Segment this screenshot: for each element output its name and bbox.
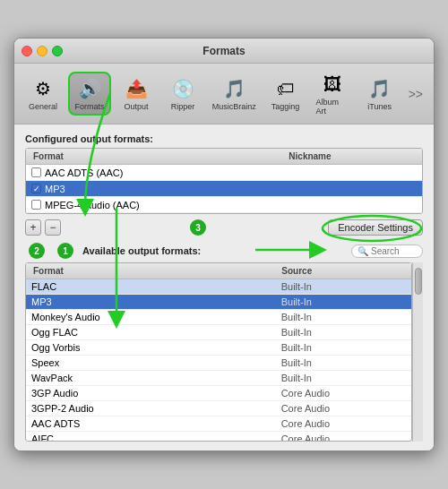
- window-title: Formats: [202, 45, 245, 57]
- available-format-oggflac: Ogg FLAC: [31, 327, 281, 338]
- list-item[interactable]: AAC ADTS Core Audio: [26, 416, 411, 432]
- search-box[interactable]: 🔍: [351, 244, 423, 258]
- toolbar-item-output[interactable]: 📤 Output: [115, 73, 158, 114]
- maximize-button[interactable]: [52, 46, 63, 56]
- toolbar-item-albumart[interactable]: 🖼 Album Art: [311, 69, 355, 118]
- table-row[interactable]: AAC ADTS (AAC): [26, 165, 422, 181]
- available-table-body: FLAC Built-In MP3 Built-In Monkey's Audi…: [26, 279, 411, 441]
- available-format-3gpp2: 3GPP-2 Audio: [31, 403, 281, 414]
- available-source-oggflac: Built-In: [281, 327, 406, 338]
- configured-col-format: Format: [31, 150, 287, 162]
- toolbar-item-formats[interactable]: 🔊 Formats: [68, 72, 111, 116]
- toolbar-label-tagging: Tagging: [271, 102, 300, 111]
- available-source-flac: Built-In: [281, 281, 406, 292]
- annotation-1: 1: [57, 243, 73, 259]
- available-table: Format Source FLAC Built-In MP3 Built-In: [25, 262, 412, 442]
- toolbar-item-musicbrainz[interactable]: 🎵 MusicBrainz: [208, 73, 261, 114]
- albumart-icon: 🖼: [320, 72, 345, 97]
- configured-row1-format: AAC ADTS (AAC): [31, 167, 289, 178]
- configured-row2-format: ✓ MP3: [31, 184, 289, 194]
- toolbar-label-ripper: Ripper: [171, 102, 195, 111]
- scrollbar[interactable]: [412, 262, 423, 442]
- available-format-mp3: MP3: [31, 296, 281, 307]
- toolbar-expander[interactable]: >>: [405, 83, 426, 105]
- list-item[interactable]: Monkey's Audio Built-In: [26, 310, 411, 325]
- available-source-mp3: Built-In: [281, 296, 406, 307]
- available-source-speex: Built-In: [281, 357, 406, 368]
- available-source-wavpack: Built-In: [281, 373, 406, 383]
- checkbox-aac[interactable]: [31, 167, 41, 177]
- toolbar-label-musicbrainz: MusicBrainz: [212, 102, 256, 111]
- list-item[interactable]: 3GP Audio Core Audio: [26, 386, 411, 401]
- remove-format-button[interactable]: −: [45, 219, 61, 236]
- list-item[interactable]: Speex Built-In: [26, 356, 411, 371]
- available-col-format: Format: [31, 265, 280, 277]
- toolbar-label-output: Output: [124, 102, 148, 111]
- titlebar: Formats: [14, 39, 434, 64]
- available-col-source: Source: [280, 265, 406, 277]
- available-format-flac: FLAC: [31, 281, 281, 292]
- search-icon: 🔍: [358, 246, 368, 256]
- toolbar-label-general: General: [29, 102, 57, 111]
- configured-col-nickname: Nickname: [287, 150, 417, 162]
- encoder-settings-button[interactable]: Encoder Settings: [328, 219, 423, 236]
- checkbox-mpeg4[interactable]: [31, 200, 41, 210]
- scrollbar-thumb[interactable]: [415, 268, 422, 295]
- musicbrainz-icon: 🎵: [221, 76, 246, 101]
- annotation-2: 2: [29, 243, 45, 259]
- available-format-aacadts: AAC ADTS: [31, 418, 281, 429]
- toolbar-item-itunes[interactable]: 🎵 iTunes: [358, 73, 401, 114]
- bottom-controls: + − 3 Encoder Settings: [25, 219, 423, 236]
- available-section: 2 1 Available output formats: 🔍: [25, 243, 423, 259]
- toolbar-label-formats: Formats: [75, 102, 105, 111]
- list-item[interactable]: WavPack Built-In: [26, 371, 411, 386]
- window-controls[interactable]: [22, 46, 63, 56]
- list-item[interactable]: Ogg FLAC Built-In: [26, 325, 411, 340]
- available-source-monkeys: Built-In: [281, 312, 406, 322]
- available-source-3gp: Core Audio: [281, 388, 406, 399]
- table-row[interactable]: MPEG-4 Audio (AAC): [26, 197, 422, 213]
- list-item[interactable]: MP3 Built-In: [26, 295, 411, 310]
- toolbar: ⚙ General 🔊 Formats 📤 Output 💿 Ripper 🎵 …: [14, 64, 434, 124]
- table-row[interactable]: ✓ MP3: [26, 181, 422, 197]
- available-format-oggvorbis: Ogg Vorbis: [31, 342, 281, 353]
- ripper-icon: 💿: [170, 76, 195, 101]
- available-format-wavpack: WavPack: [31, 373, 281, 383]
- configured-table-header: Format Nickname: [26, 149, 422, 165]
- available-format-monkeys: Monkey's Audio: [31, 312, 281, 322]
- available-table-header: Format Source: [26, 263, 411, 279]
- close-button[interactable]: [22, 46, 32, 56]
- available-format-speex: Speex: [31, 357, 281, 368]
- available-format-3gp: 3GP Audio: [31, 388, 281, 399]
- list-item[interactable]: AIFC Core Audio: [26, 432, 411, 441]
- list-item[interactable]: 3GPP-2 Audio Core Audio: [26, 401, 411, 416]
- available-source-aacadts: Core Audio: [281, 418, 406, 429]
- configured-label: Configured output formats:: [25, 133, 423, 144]
- toolbar-item-tagging[interactable]: 🏷 Tagging: [264, 73, 307, 114]
- minimize-button[interactable]: [37, 46, 47, 56]
- available-source-3gpp2: Core Audio: [281, 403, 406, 414]
- tagging-icon: 🏷: [273, 76, 298, 101]
- main-content: Configured output formats: Format Nickna…: [14, 124, 434, 450]
- itunes-icon: 🎵: [367, 76, 392, 101]
- search-input[interactable]: [371, 246, 416, 256]
- checkbox-mp3[interactable]: ✓: [31, 184, 41, 193]
- available-format-aifc: AIFC: [31, 433, 281, 441]
- configured-table: Format Nickname AAC ADTS (AAC) ✓ MP3: [25, 148, 423, 214]
- output-icon: 📤: [124, 76, 149, 101]
- toolbar-item-general[interactable]: ⚙ General: [22, 73, 65, 114]
- available-source-oggvorbis: Built-In: [281, 342, 406, 353]
- annotation-3: 3: [190, 219, 206, 236]
- add-format-button[interactable]: +: [25, 219, 41, 236]
- toolbar-label-albumart: Album Art: [316, 98, 349, 116]
- speaker-icon: 🔊: [77, 76, 102, 101]
- available-table-area: Format Source FLAC Built-In MP3 Built-In: [25, 262, 423, 442]
- list-item[interactable]: FLAC Built-In: [26, 279, 411, 295]
- available-label: Available output formats:: [82, 245, 201, 256]
- configured-row3-format: MPEG-4 Audio (AAC): [31, 200, 289, 210]
- toolbar-label-itunes: iTunes: [367, 102, 392, 111]
- available-source-aifc: Core Audio: [281, 433, 406, 441]
- list-item[interactable]: Ogg Vorbis Built-In: [26, 340, 411, 356]
- toolbar-item-ripper[interactable]: 💿 Ripper: [161, 73, 204, 114]
- gear-icon: ⚙: [30, 76, 56, 101]
